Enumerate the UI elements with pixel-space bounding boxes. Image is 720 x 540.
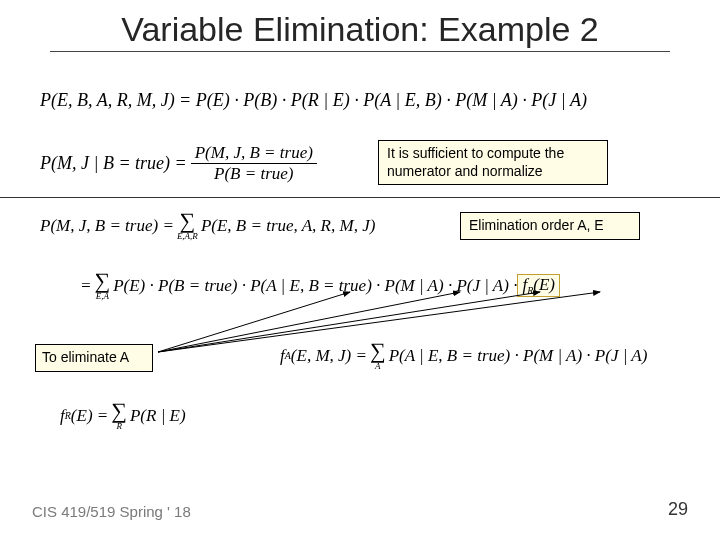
- eq2-numerator: P(M, J, B = true): [191, 143, 317, 164]
- eq3-rhs: P(E, B = true, A, R, M, J): [201, 216, 376, 236]
- sigma-symbol: ∑: [94, 270, 110, 292]
- sigma-icon: ∑ A: [370, 340, 386, 371]
- eq6-farg: (E) =: [71, 406, 108, 426]
- eq2-denominator: P(B = true): [210, 164, 297, 184]
- sigma-sub: E,A: [96, 292, 109, 301]
- eq2-fraction: P(M, J, B = true) P(B = true): [191, 143, 317, 184]
- sigma-icon: ∑ R: [111, 400, 127, 431]
- footer-course: CIS 419/519 Spring ' 18: [32, 503, 191, 520]
- note-elimination-order: Elimination order A, E: [460, 212, 640, 240]
- sigma-symbol: ∑: [370, 340, 386, 362]
- eq5-rhs: P(A | E, B = true) · P(M | A) · P(J | A): [389, 346, 648, 366]
- eq5-farg: (E, M, J) =: [291, 346, 367, 366]
- note-eliminate-a: To eliminate A: [35, 344, 153, 372]
- eq3-lhs: P(M, J, B = true) =: [40, 216, 174, 236]
- eq4-body: P(E) · P(B = true) · P(A | E, B = true) …: [113, 276, 517, 296]
- factor-fr-highlight: fR(E): [517, 274, 560, 297]
- slide-title: Variable Elimination: Example 2: [0, 0, 720, 51]
- equation-joint: P(E, B, A, R, M, J) = P(E) · P(B) · P(R …: [40, 90, 587, 111]
- sigma-sub: R: [116, 422, 122, 431]
- title-underline: [50, 51, 670, 52]
- sigma-symbol: ∑: [111, 400, 127, 422]
- eq6-rhs: P(R | E): [130, 406, 186, 426]
- fr-arg: (E): [533, 275, 555, 294]
- eq4-eq: =: [80, 276, 91, 296]
- sigma-icon: ∑ E,A,R: [177, 210, 198, 241]
- eq2-lhs: P(M, J | B = true) =: [40, 153, 187, 174]
- equation-fa: fA(E, M, J) = ∑ A P(A | E, B = true) · P…: [280, 340, 647, 371]
- equation-expanded: = ∑ E,A P(E) · P(B = true) · P(A | E, B …: [80, 270, 560, 301]
- sigma-symbol: ∑: [180, 210, 196, 232]
- sigma-sub: A: [375, 362, 381, 371]
- equation-conditional: P(M, J | B = true) = P(M, J, B = true) P…: [40, 143, 321, 184]
- equation-fr: fR(E) = ∑ R P(R | E): [60, 400, 186, 431]
- divider: [0, 197, 720, 198]
- sigma-sub: E,A,R: [177, 232, 198, 241]
- equation-sum-ear: P(M, J, B = true) = ∑ E,A,R P(E, B = tru…: [40, 210, 375, 241]
- note-sufficient: It is sufficient to compute the numerato…: [378, 140, 608, 185]
- sigma-icon: ∑ E,A: [94, 270, 110, 301]
- slide-number: 29: [668, 499, 688, 520]
